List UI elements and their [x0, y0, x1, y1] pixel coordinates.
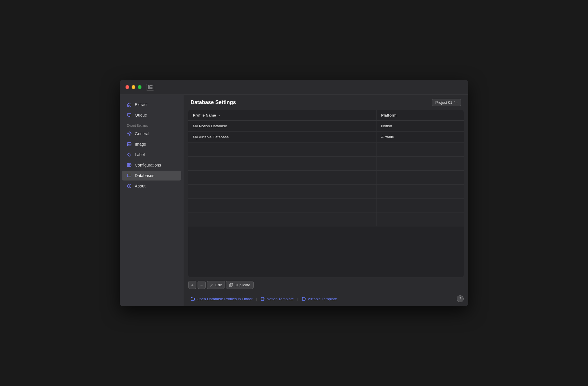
- page-title: Database Settings: [191, 99, 236, 106]
- row-name: My Airtable Database: [188, 132, 377, 142]
- databases-label: Databases: [135, 173, 154, 178]
- sort-icon: ▲: [218, 114, 220, 117]
- footer-links: Open Database Profiles in Finder | Notio…: [184, 292, 468, 306]
- table-row-empty[interactable]: [188, 199, 464, 212]
- plus-icon: +: [191, 283, 194, 287]
- sidebar-item-extract[interactable]: Extract: [122, 100, 181, 110]
- table-header: Profile Name ▲ Platform: [188, 110, 464, 121]
- project-selector[interactable]: Project 01 ⌃⌄: [432, 99, 461, 106]
- svg-rect-1: [150, 85, 153, 86]
- svg-rect-2: [150, 87, 153, 87]
- separator: |: [296, 297, 299, 301]
- label-label: Label: [135, 152, 145, 157]
- chevron-updown-icon: ⌃⌄: [453, 101, 458, 104]
- edit-button[interactable]: Edit: [207, 281, 225, 289]
- minimize-button[interactable]: [132, 85, 135, 89]
- airtable-template-link[interactable]: Airtable Template: [300, 296, 339, 302]
- notion-template-link[interactable]: Notion Template: [258, 296, 296, 302]
- table-body: My Notion Database Notion My Airtable Da…: [188, 121, 464, 277]
- home-icon: [127, 102, 132, 107]
- svg-rect-15: [230, 283, 233, 286]
- duplicate-label: Duplicate: [234, 283, 250, 287]
- maximize-button[interactable]: [138, 85, 141, 89]
- separator: |: [255, 297, 258, 301]
- project-label: Project 01: [435, 100, 452, 105]
- column-header-platform[interactable]: Platform: [377, 110, 464, 120]
- main-content: Database Settings Project 01 ⌃⌄ Profile …: [184, 95, 468, 306]
- remove-button[interactable]: −: [198, 281, 206, 289]
- sidebar: Extract Queue Export Settings: [120, 95, 184, 306]
- row-platform: Airtable: [377, 132, 464, 142]
- add-button[interactable]: +: [188, 281, 196, 289]
- content-area: Extract Queue Export Settings: [120, 95, 468, 306]
- sidebar-item-databases[interactable]: Databases: [122, 171, 181, 181]
- svg-rect-6: [128, 143, 131, 146]
- svg-rect-11: [128, 175, 131, 176]
- sidebar-item-configurations[interactable]: Configurations: [122, 160, 181, 170]
- queue-icon: [127, 112, 132, 118]
- duplicate-button[interactable]: Duplicate: [226, 281, 253, 289]
- traffic-lights: [120, 85, 141, 89]
- toolbar: + − Edit Duplicate: [184, 277, 468, 292]
- sidebar-item-general[interactable]: General: [122, 129, 181, 139]
- titlebar: [120, 80, 468, 95]
- open-finder-link[interactable]: Open Database Profiles in Finder: [188, 296, 255, 302]
- app-window: Extract Queue Export Settings: [120, 80, 468, 306]
- column-header-name[interactable]: Profile Name ▲: [188, 110, 377, 120]
- svg-rect-4: [128, 113, 131, 116]
- databases-icon: [127, 173, 132, 178]
- svg-point-5: [129, 133, 130, 135]
- minus-icon: −: [200, 283, 203, 287]
- configurations-label: Configurations: [135, 163, 161, 167]
- table-row[interactable]: My Airtable Database Airtable: [188, 132, 464, 143]
- sidebar-item-label[interactable]: Label: [122, 150, 181, 160]
- table-row-empty[interactable]: [188, 171, 464, 185]
- svg-rect-0: [148, 85, 150, 89]
- help-label: ?: [459, 297, 461, 301]
- table-row-empty[interactable]: [188, 212, 464, 226]
- table-row-empty[interactable]: [188, 143, 464, 157]
- row-name: My Notion Database: [188, 121, 377, 131]
- info-icon: [127, 183, 132, 189]
- row-platform: Notion: [377, 121, 464, 131]
- svg-rect-12: [128, 176, 131, 177]
- edit-icon: [210, 283, 214, 287]
- image-icon: [127, 142, 132, 147]
- general-label: General: [135, 131, 149, 136]
- edit-label: Edit: [215, 283, 222, 287]
- extract-label: Extract: [135, 102, 148, 107]
- export-icon: [261, 297, 265, 301]
- table-row[interactable]: My Notion Database Notion: [188, 121, 464, 132]
- label-icon: [127, 152, 132, 157]
- table-row-empty[interactable]: [188, 157, 464, 171]
- sidebar-item-queue[interactable]: Queue: [122, 110, 181, 120]
- about-label: About: [135, 184, 146, 188]
- svg-point-7: [128, 143, 129, 144]
- queue-label: Queue: [135, 113, 147, 117]
- main-header: Database Settings Project 01 ⌃⌄: [184, 95, 468, 110]
- duplicate-icon: [229, 283, 233, 287]
- airtable-export-icon: [302, 297, 306, 301]
- folder-icon: [191, 297, 195, 301]
- open-finder-label: Open Database Profiles in Finder: [197, 297, 252, 301]
- gear-icon: [127, 131, 132, 136]
- airtable-template-label: Airtable Template: [308, 297, 337, 301]
- database-table: Profile Name ▲ Platform My Notion Databa…: [188, 110, 464, 277]
- sidebar-item-image[interactable]: Image: [122, 139, 181, 149]
- svg-rect-10: [128, 174, 131, 175]
- notion-template-label: Notion Template: [267, 297, 294, 301]
- svg-rect-9: [128, 163, 129, 164]
- sidebar-item-about[interactable]: About: [122, 181, 181, 191]
- configurations-icon: [127, 162, 132, 168]
- table-row-empty[interactable]: [188, 185, 464, 199]
- help-button[interactable]: ?: [457, 295, 464, 302]
- svg-rect-14: [230, 284, 232, 287]
- close-button[interactable]: [126, 85, 129, 89]
- image-label: Image: [135, 142, 146, 146]
- export-settings-label: Export Settings: [120, 120, 184, 128]
- sidebar-toggle-button[interactable]: [146, 84, 154, 91]
- svg-rect-3: [150, 88, 153, 89]
